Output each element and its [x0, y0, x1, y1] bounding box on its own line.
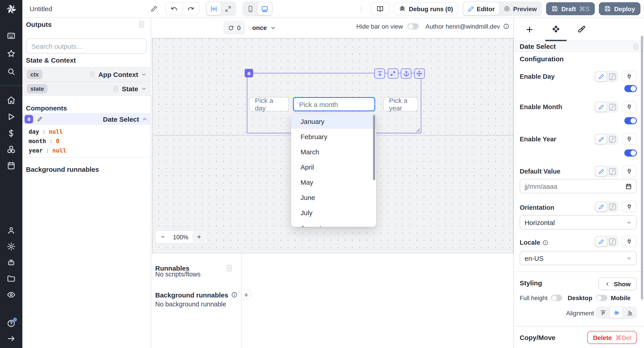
apps-icon[interactable] — [7, 31, 16, 40]
align-bottom-button[interactable] — [624, 307, 636, 318]
move-icon[interactable] — [414, 68, 425, 79]
locale-select[interactable]: en-US — [520, 251, 637, 265]
user-icon[interactable] — [7, 226, 16, 235]
insert-component-tab[interactable] — [523, 23, 536, 36]
undo-button[interactable] — [166, 3, 182, 15]
resize-handle[interactable] — [416, 128, 420, 132]
static-edit-pencil-icon[interactable] — [595, 236, 607, 246]
preview-tab[interactable]: Preview — [499, 2, 541, 15]
canvas-component-id-badge[interactable]: a — [245, 69, 253, 78]
component-doc-icon[interactable] — [632, 43, 640, 50]
search-icon[interactable] — [7, 67, 16, 76]
scrollbar-thumb[interactable] — [641, 36, 643, 300]
component-settings-tab[interactable] — [549, 23, 562, 36]
expand-down-icon[interactable] — [374, 68, 385, 79]
calendar-icon[interactable] — [625, 183, 632, 190]
home-icon[interactable] — [7, 96, 16, 105]
month-option-july[interactable]: July — [291, 205, 376, 220]
default-value-date-input[interactable]: jj/mm/aaaa — [520, 179, 637, 193]
app-canvas-grid[interactable]: a Pick a day — [152, 38, 514, 253]
mobile-view-button[interactable] — [243, 2, 258, 15]
edit-title-pencil-icon[interactable] — [148, 3, 160, 14]
refresh-button[interactable]: 0 — [224, 21, 245, 34]
mobile-toggle[interactable] — [596, 295, 607, 301]
outputs-doc-icon[interactable] — [138, 20, 145, 28]
chevron-down-icon[interactable] — [141, 86, 147, 92]
month-option-august[interactable]: August — [291, 220, 376, 227]
eval-fx-icon[interactable]: ƒ — [607, 202, 618, 212]
info-icon[interactable] — [542, 240, 548, 245]
expand-full-icon[interactable] — [388, 68, 398, 79]
static-edit-pencil-icon[interactable] — [595, 72, 607, 82]
enable-day-toggle[interactable] — [624, 85, 637, 92]
connect-plug-icon[interactable] — [622, 201, 637, 212]
anchor-icon[interactable] — [401, 68, 412, 79]
enable-month-toggle[interactable] — [624, 117, 637, 124]
chevron-down-icon[interactable] — [141, 71, 147, 77]
hide-bar-toggle[interactable] — [408, 23, 418, 30]
month-option-june[interactable]: June — [291, 190, 376, 205]
orientation-select[interactable]: Horizontal — [520, 215, 637, 230]
settings-gear-icon[interactable] — [7, 242, 16, 251]
pick-month-input[interactable]: Pick a month — [293, 97, 375, 112]
deploy-button[interactable]: Deploy — [599, 2, 640, 15]
chevron-up-icon[interactable] — [142, 116, 148, 122]
dropdown-scrollbar[interactable] — [373, 115, 375, 180]
editor-tab[interactable]: Editor — [463, 2, 499, 15]
month-option-april[interactable]: April — [291, 159, 376, 174]
align-top-button[interactable] — [596, 307, 609, 318]
connect-plug-icon[interactable] — [622, 133, 637, 145]
connect-plug-icon[interactable] — [622, 166, 637, 177]
full-height-toggle[interactable] — [551, 295, 562, 301]
schedules-calendar-icon[interactable] — [7, 161, 16, 170]
enable-year-toggle[interactable] — [624, 150, 637, 156]
debug-runs-button[interactable]: Debug runs (0) — [394, 2, 458, 15]
panel-divider[interactable] — [241, 254, 242, 348]
connect-plug-icon[interactable] — [622, 71, 637, 82]
more-menu-icon[interactable] — [355, 3, 367, 14]
pick-day-input[interactable]: Pick a day — [249, 97, 289, 112]
workers-robot-icon[interactable] — [7, 258, 16, 267]
static-edit-pencil-icon[interactable] — [595, 166, 607, 176]
show-styling-button[interactable]: Show — [598, 277, 637, 290]
eval-fx-icon[interactable]: ƒ — [607, 166, 618, 176]
zoom-in-button[interactable]: + — [192, 231, 206, 243]
centered-layout-button[interactable] — [206, 2, 221, 15]
redo-button[interactable] — [182, 3, 199, 15]
full-width-button[interactable] — [221, 2, 235, 15]
resources-cubes-icon[interactable] — [7, 145, 16, 154]
variables-dollar-icon[interactable] — [7, 129, 16, 138]
info-icon[interactable] — [503, 23, 510, 30]
static-edit-pencil-icon[interactable] — [595, 202, 607, 212]
windmill-logo[interactable] — [0, 0, 22, 18]
pick-year-input[interactable]: Pick a year — [383, 97, 418, 112]
ctx-row[interactable]: ctx App Context — [22, 67, 151, 82]
styling-tab[interactable] — [575, 23, 588, 36]
collapse-arrow-icon[interactable] — [7, 334, 16, 343]
favorites-star-icon[interactable] — [7, 49, 16, 58]
desktop-view-button[interactable] — [258, 2, 272, 15]
runnables-doc-icon[interactable] — [226, 264, 233, 272]
delete-component-button[interactable]: Delete ⌘Del — [587, 331, 637, 344]
draft-button[interactable]: Draft ⌘S — [546, 2, 595, 15]
rename-pencil-icon[interactable] — [35, 115, 44, 123]
schedule-dropdown[interactable]: once — [252, 21, 276, 34]
eval-fx-icon[interactable]: ƒ — [607, 134, 618, 144]
runs-play-icon[interactable] — [7, 112, 16, 121]
folders-icon[interactable] — [7, 274, 16, 283]
month-option-february[interactable]: February — [291, 129, 376, 144]
docs-book-button[interactable] — [371, 2, 390, 15]
add-background-runnable-button[interactable] — [241, 290, 252, 300]
state-row[interactable]: state State — [22, 82, 151, 96]
month-option-march[interactable]: March — [291, 144, 376, 159]
eval-fx-icon[interactable]: ƒ — [607, 72, 618, 82]
month-option-january[interactable]: January — [291, 114, 376, 129]
help-icon[interactable] — [7, 319, 16, 328]
component-tree-row[interactable]: a Date Select — [22, 113, 151, 125]
zoom-out-button[interactable]: − — [156, 231, 170, 243]
audit-eye-icon[interactable] — [7, 290, 16, 299]
info-icon[interactable] — [232, 292, 238, 298]
static-edit-pencil-icon[interactable] — [595, 134, 607, 144]
month-option-may[interactable]: May — [291, 174, 376, 190]
align-center-button[interactable] — [610, 307, 622, 318]
